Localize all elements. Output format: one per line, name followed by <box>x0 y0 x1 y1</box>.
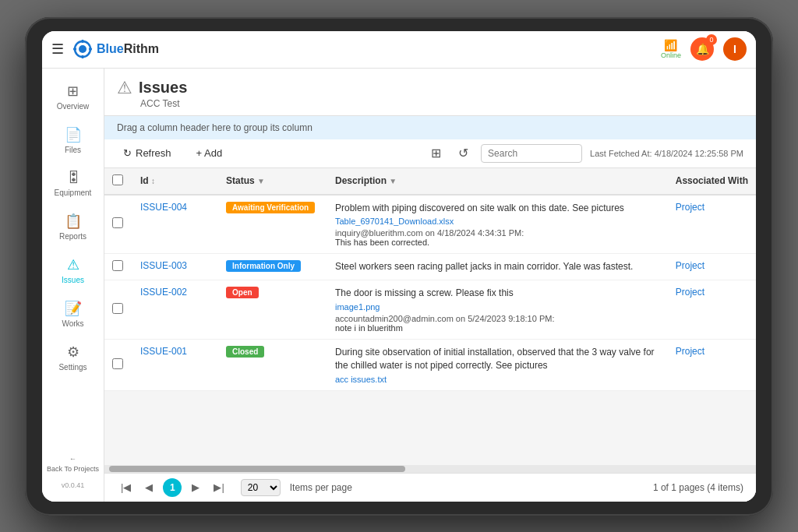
col-header-check <box>104 168 132 195</box>
logo-text: BlueRithm <box>97 42 159 56</box>
description-meta: accountadmin200@admin.com on 5/24/2023 9… <box>335 314 660 323</box>
description-attachment-link[interactable]: acc issues.txt <box>335 375 660 384</box>
status-badge: Information Only <box>226 260 301 272</box>
columns-toggle-button[interactable]: ⊞ <box>426 144 446 162</box>
col-header-id[interactable]: Id ↕ <box>132 168 218 195</box>
back-to-projects-button[interactable]: ← Back To Projects <box>42 449 104 480</box>
notification-count: 0 <box>706 34 717 45</box>
description-text: Steel workers seen racing pallet jacks i… <box>335 260 660 273</box>
row-select-checkbox[interactable] <box>112 260 123 271</box>
top-right-controls: 📶 Online 🔔 0 I <box>661 37 747 61</box>
svg-point-1 <box>79 45 87 53</box>
row-select-checkbox[interactable] <box>112 217 123 228</box>
row-status-cell: Closed <box>218 340 327 391</box>
page-title-row: ⚠ Issues <box>117 78 743 98</box>
first-page-button[interactable]: |◀ <box>117 480 135 495</box>
sidebar-item-settings[interactable]: ⚙ Settings <box>42 336 104 379</box>
associated-link[interactable]: Project <box>676 346 704 357</box>
pagination-total: 1 of 1 pages (4 items) <box>653 482 743 493</box>
refresh-button[interactable]: ↻ Refresh <box>117 144 178 162</box>
row-description-cell: The door is missing a screw. Please fix … <box>327 280 668 340</box>
sidebar-item-works[interactable]: 📝 Works <box>42 292 104 336</box>
filter-status-icon[interactable]: ▼ <box>257 177 265 185</box>
row-associated-cell: Project <box>668 195 756 254</box>
row-description-cell: Problem with piping discovered on site w… <box>327 195 668 254</box>
description-attachment-link[interactable]: image1.png <box>335 302 660 312</box>
back-arrow-icon: ← <box>69 455 76 463</box>
items-per-page-label: Items per page <box>290 482 352 493</box>
svg-rect-2 <box>82 40 84 43</box>
overview-icon: ⊞ <box>67 83 79 100</box>
description-text: Problem with piping discovered on site w… <box>335 202 660 215</box>
description-attachment-link[interactable]: Table_6970141_Download.xlsx <box>335 217 660 226</box>
issue-id-link[interactable]: ISSUE-003 <box>140 260 187 271</box>
row-checkbox-cell[interactable] <box>104 280 132 340</box>
current-page-indicator: 1 <box>163 478 182 497</box>
search-input[interactable] <box>481 144 582 163</box>
user-avatar[interactable]: I <box>723 37 747 61</box>
svg-rect-5 <box>89 48 92 51</box>
horizontal-scrollbar[interactable] <box>104 465 756 473</box>
table-header-row: Id ↕ Status ▼ Description <box>104 168 756 195</box>
sidebar-item-reports[interactable]: 📋 Reports <box>42 205 104 248</box>
col-header-associated: Associated With <box>668 168 756 195</box>
row-select-checkbox[interactable] <box>112 358 123 369</box>
settings-icon: ⚙ <box>67 344 79 361</box>
files-icon: 📄 <box>65 126 82 143</box>
associated-link[interactable]: Project <box>676 260 704 271</box>
group-bar: Drag a column header here to group its c… <box>104 116 756 139</box>
prev-page-button[interactable]: ◀ <box>141 480 157 495</box>
row-associated-cell: Project <box>668 340 756 391</box>
table-row: ISSUE-003Information OnlySteel workers s… <box>104 254 756 280</box>
table-row: ISSUE-002OpenThe door is missing a screw… <box>104 280 756 340</box>
next-page-button[interactable]: ▶ <box>188 480 203 495</box>
items-per-page-select[interactable]: 20 50 100 <box>241 479 281 496</box>
content-area: ⚠ Issues ACC Test Drag a column header h… <box>104 69 756 502</box>
reports-icon: 📋 <box>65 213 82 230</box>
sidebar: ⊞ Overview 📄 Files 🎛 Equipment 📋 Reports… <box>42 69 104 502</box>
online-status: 📶 Online <box>661 39 681 59</box>
sidebar-item-files[interactable]: 📄 Files <box>42 118 104 162</box>
row-description-cell: Steel workers seen racing pallet jacks i… <box>327 254 668 280</box>
filter-desc-icon[interactable]: ▼ <box>389 177 397 185</box>
issues-icon: ⚠ <box>67 256 79 273</box>
row-associated-cell: Project <box>668 254 756 280</box>
select-all-checkbox[interactable] <box>112 174 123 185</box>
page-title: Issues <box>139 79 187 97</box>
issue-id-link[interactable]: ISSUE-001 <box>140 346 187 357</box>
issue-id-link[interactable]: ISSUE-004 <box>140 202 187 213</box>
row-status-cell: Information Only <box>218 254 327 280</box>
last-fetched-label: Last Fetched At: 4/18/2024 12:25:58 PM <box>590 149 743 158</box>
table-scroll-area[interactable]: Id ↕ Status ▼ Description <box>104 168 756 465</box>
menu-icon[interactable]: ☰ <box>51 41 64 58</box>
associated-link[interactable]: Project <box>676 202 704 213</box>
sidebar-bottom: ← Back To Projects v0.0.41 <box>42 449 104 495</box>
sort-id-icon[interactable]: ↕ <box>151 177 155 185</box>
horizontal-scroll-thumb[interactable] <box>109 466 405 472</box>
row-checkbox-cell[interactable] <box>104 254 132 280</box>
row-select-checkbox[interactable] <box>112 303 123 314</box>
sidebar-item-overview[interactable]: ⊞ Overview <box>42 75 104 118</box>
add-button[interactable]: + Add <box>190 144 229 162</box>
row-checkbox-cell[interactable] <box>104 195 132 254</box>
col-header-status[interactable]: Status ▼ <box>218 168 327 195</box>
sidebar-item-equipment[interactable]: 🎛 Equipment <box>42 162 104 205</box>
reset-button[interactable]: ↺ <box>454 144 473 162</box>
last-page-button[interactable]: ▶| <box>210 480 228 495</box>
sidebar-item-issues[interactable]: ⚠ Issues <box>42 248 104 292</box>
associated-link[interactable]: Project <box>676 287 704 298</box>
table-row: ISSUE-001ClosedDuring site observation o… <box>104 340 756 391</box>
col-header-description[interactable]: Description ▼ <box>327 168 668 195</box>
notification-button[interactable]: 🔔 0 <box>690 37 714 61</box>
logo-gear-icon <box>72 38 94 60</box>
description-text: During site observation of initial insta… <box>335 346 660 372</box>
row-id-cell: ISSUE-004 <box>132 195 218 254</box>
row-description-cell: During site observation of initial insta… <box>327 340 668 391</box>
status-badge: Closed <box>226 346 264 358</box>
toolbar-right: ⊞ ↺ Last Fetched At: 4/18/2024 12:25:58 … <box>426 144 743 163</box>
issue-id-link[interactable]: ISSUE-002 <box>140 287 187 298</box>
row-checkbox-cell[interactable] <box>104 340 132 391</box>
page-warning-icon: ⚠ <box>117 78 132 98</box>
refresh-icon: ↻ <box>123 147 132 159</box>
svg-rect-4 <box>73 48 76 51</box>
